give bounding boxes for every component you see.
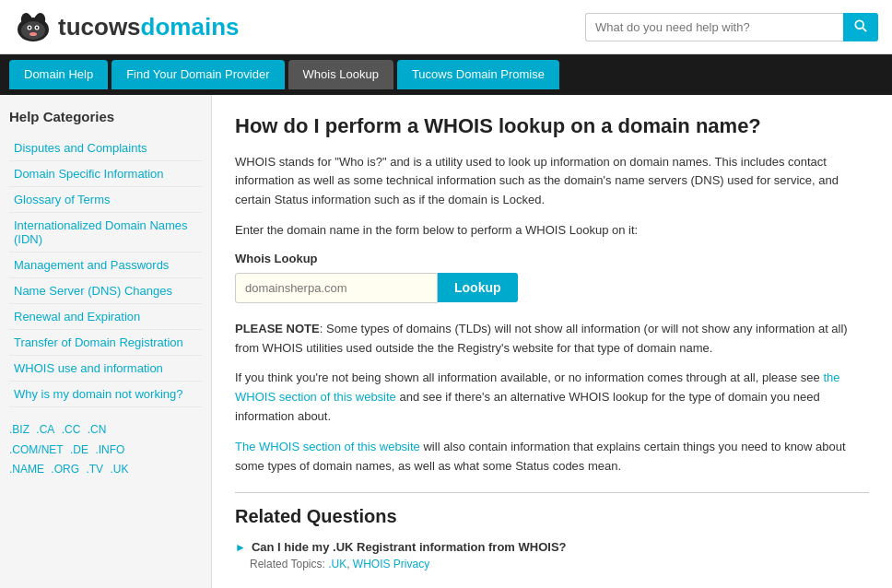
- search-input[interactable]: [585, 13, 843, 41]
- nav-domain-help[interactable]: Domain Help: [9, 60, 108, 90]
- main-layout: Help Categories Disputes and Complaints …: [0, 95, 892, 588]
- svg-point-6: [29, 27, 30, 29]
- navbar: Domain Help Find Your Domain Provider Wh…: [0, 54, 892, 95]
- para4: The WHOIS section of this website will a…: [235, 438, 869, 476]
- faq-topics-label: Related Topics:: [250, 558, 328, 570]
- faq-arrow-icon: ►: [235, 541, 246, 554]
- svg-point-9: [855, 20, 863, 29]
- tld-tv[interactable]: .TV: [86, 463, 103, 476]
- tld-org[interactable]: .ORG: [51, 463, 79, 476]
- content-area: How do I perform a WHOIS lookup on a dom…: [212, 95, 892, 588]
- whois-section-link-2[interactable]: The WHOIS section of this website: [235, 440, 420, 453]
- tld-info[interactable]: .INFO: [95, 443, 124, 456]
- sidebar-item-management[interactable]: Management and Passwords: [9, 253, 202, 278]
- faq-question-text[interactable]: Can I hide my .UK Registrant information…: [252, 540, 567, 554]
- sidebar: Help Categories Disputes and Complaints …: [0, 95, 212, 588]
- search-bar: [585, 13, 878, 41]
- svg-point-7: [36, 27, 38, 29]
- related-questions-title: Related Questions: [235, 506, 869, 527]
- intro-para2: Enter the domain name in the form below …: [235, 221, 869, 241]
- tld-biz[interactable]: .BIZ: [9, 423, 29, 436]
- faq-question: ► Can I hide my .UK Registrant informati…: [235, 540, 869, 554]
- sidebar-item-renewal[interactable]: Renewal and Expiration: [9, 304, 202, 330]
- sidebar-item-domain-specific[interactable]: Domain Specific Information: [9, 161, 202, 187]
- lookup-button[interactable]: Lookup: [438, 273, 518, 302]
- note-bold: PLEASE NOTE: [235, 322, 320, 335]
- page-header: tucowsdomains: [0, 0, 892, 54]
- svg-line-10: [863, 28, 866, 31]
- sidebar-item-nameserver[interactable]: Name Server (DNS) Changes: [9, 278, 202, 304]
- tld-uk[interactable]: .UK: [110, 463, 128, 476]
- sidebar-item-not-working[interactable]: Why is my domain not working?: [9, 382, 202, 407]
- logo: tucowsdomains: [14, 9, 240, 44]
- nav-find-provider[interactable]: Find Your Domain Provider: [112, 60, 284, 90]
- sidebar-tlds: .BIZ .CA .CC .CN .COM/NET .DE .INFO .NAM…: [9, 420, 202, 480]
- svg-point-8: [29, 32, 37, 36]
- sidebar-item-transfer[interactable]: Transfer of Domain Registration: [9, 330, 202, 356]
- whois-form: Lookup: [235, 273, 869, 303]
- nav-tucows-promise[interactable]: Tucows Domain Promise: [397, 60, 559, 90]
- para3-before: If you think you're not being shown all …: [235, 370, 823, 384]
- faq-topics: Related Topics: .UK, WHOIS Privacy: [250, 558, 869, 570]
- sidebar-item-idn[interactable]: Internationalized Domain Names (IDN): [9, 213, 202, 253]
- note-text: : Some types of domains (TLDs) will not …: [235, 322, 848, 355]
- faq-topic-uk[interactable]: .UK: [328, 558, 346, 570]
- para3: If you think you're not being shown all …: [235, 369, 869, 426]
- tld-comnet[interactable]: .COM/NET: [9, 443, 64, 456]
- faq-item: ► Can I hide my .UK Registrant informati…: [235, 540, 869, 570]
- tld-cn[interactable]: .CN: [88, 423, 107, 436]
- tld-name[interactable]: .NAME: [9, 463, 44, 476]
- search-button[interactable]: [843, 13, 878, 41]
- sidebar-item-disputes[interactable]: Disputes and Complaints: [9, 135, 202, 161]
- tld-de[interactable]: .DE: [70, 443, 88, 456]
- logo-icon: [14, 9, 53, 44]
- tld-ca[interactable]: .CA: [36, 423, 54, 436]
- sidebar-item-whois-info[interactable]: WHOIS use and information: [9, 356, 202, 382]
- page-title: How do I perform a WHOIS lookup on a dom…: [235, 113, 869, 140]
- sidebar-item-glossary[interactable]: Glossary of Terms: [9, 187, 202, 213]
- logo-text: tucowsdomains: [58, 13, 240, 41]
- sidebar-title: Help Categories: [9, 109, 202, 124]
- note-paragraph: PLEASE NOTE: Some types of domains (TLDs…: [235, 320, 869, 359]
- intro-para1: WHOIS stands for "Who is?" and is a util…: [235, 153, 869, 210]
- faq-topic-whois-privacy[interactable]: WHOIS Privacy: [353, 558, 429, 570]
- whois-input[interactable]: [235, 273, 438, 303]
- section-divider: [235, 492, 869, 493]
- svg-point-3: [21, 21, 45, 40]
- nav-whois-lookup[interactable]: Whois Lookup: [288, 60, 393, 90]
- whois-lookup-label: Whois Lookup: [235, 252, 869, 265]
- search-icon: [854, 19, 867, 32]
- tld-cc[interactable]: .CC: [62, 423, 81, 436]
